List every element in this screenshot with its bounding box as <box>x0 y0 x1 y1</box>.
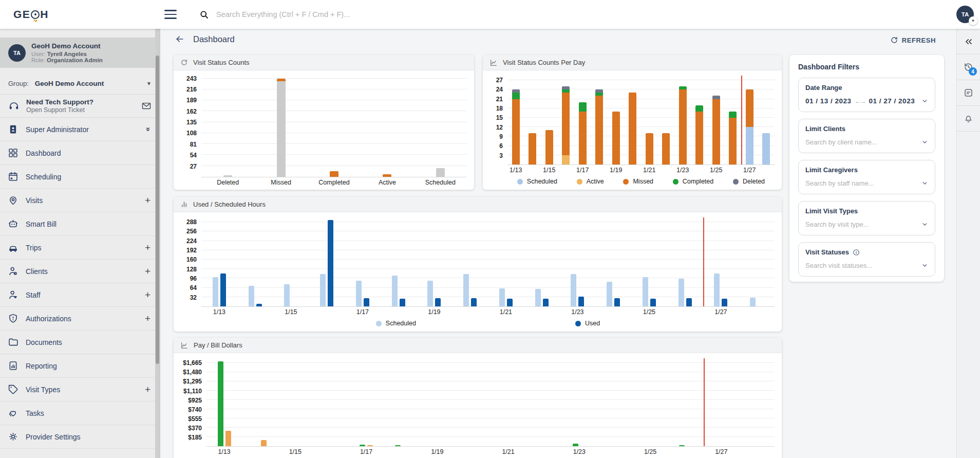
plus-icon[interactable]: + <box>145 314 150 323</box>
date-range-select[interactable]: 01 / 13 / 2023 ←→ 01 / 27 / 2023 <box>805 97 928 105</box>
bar <box>714 217 720 306</box>
sidebar-item-scheduling[interactable]: Scheduling <box>0 165 160 189</box>
bar-group <box>641 76 658 164</box>
plus-icon[interactable]: + <box>145 384 150 394</box>
bar-group <box>488 217 524 306</box>
bar <box>400 217 405 306</box>
card-title: Visit Status Counts Per Day <box>503 59 585 66</box>
app-root: GEH TA ▼ TA GeoH Demo Account User: Tyre… <box>0 0 980 458</box>
bar <box>471 217 477 306</box>
sidebar-item-reporting[interactable]: Reporting <box>0 354 160 378</box>
bar-group <box>242 358 277 446</box>
collapse-panel-button[interactable] <box>957 29 980 54</box>
support-subtitle: Open Support Ticket <box>26 106 93 114</box>
caregivers-select[interactable]: Search by staff name... <box>805 179 928 187</box>
sidebar-item-label: Authorizations <box>26 315 71 323</box>
sidebar-item-tasks[interactable]: Tasks <box>0 401 160 425</box>
legend-item-deleted[interactable]: Deleted <box>733 178 765 185</box>
bar-group <box>313 358 348 446</box>
sidebar-item-trips[interactable]: Trips+ <box>0 236 160 260</box>
back-button[interactable] <box>175 34 185 44</box>
plus-icon[interactable]: + <box>145 243 150 252</box>
bar <box>223 76 232 177</box>
chevrons-down-icon[interactable]: » <box>144 127 152 131</box>
bar-group <box>455 358 491 446</box>
y-tick-label: 15 <box>496 114 503 121</box>
y-tick-label: 21 <box>496 96 503 103</box>
bar <box>356 217 362 306</box>
sidebar-menu: Super Administrator»DashboardSchedulingV… <box>0 118 160 449</box>
y-tick-label: 81 <box>190 141 197 148</box>
sidebar-item-visits[interactable]: Visits+ <box>0 189 160 212</box>
sidebar-item-authorizations[interactable]: Authorizations+ <box>0 307 160 331</box>
visit-types-select[interactable]: Search by visit type... <box>805 221 928 228</box>
sidebar-item-visit-types[interactable]: Visit Types+ <box>0 378 160 401</box>
plus-icon[interactable]: + <box>145 266 150 276</box>
legend-item-scheduled[interactable]: Scheduled <box>517 178 557 185</box>
bar <box>535 217 541 306</box>
sidebar-item-provider-settings[interactable]: Provider Settings <box>0 425 160 449</box>
y-tick-label: 54 <box>190 152 197 159</box>
tasks-icon <box>8 408 18 418</box>
bar-group <box>206 358 242 446</box>
y-tick-label: $740 <box>188 406 202 413</box>
sidebar-item-label: Scheduling <box>26 173 61 181</box>
scrollbar-thumb[interactable] <box>156 56 159 364</box>
alerts-button[interactable] <box>957 106 980 132</box>
y-tick-label: 27 <box>496 77 503 84</box>
legend-item-missed[interactable]: Missed <box>623 178 653 185</box>
y-tick-label: 189 <box>186 97 197 104</box>
bar <box>284 217 290 306</box>
bar-group <box>558 76 575 164</box>
sidebar-item-dashboard[interactable]: Dashboard <box>0 141 160 165</box>
sidebar-item-staff[interactable]: Staff+ <box>0 283 160 307</box>
bar-group <box>725 76 742 164</box>
sidebar-item-label: Reporting <box>26 362 57 370</box>
legend-item-active[interactable]: Active <box>577 178 604 185</box>
y-tick-label: $555 <box>188 415 202 423</box>
y-axis: 326496128160192224256288 <box>178 217 201 307</box>
x-tick-label: 1/15 <box>541 167 558 174</box>
sidebar-item-documents[interactable]: Documents <box>0 331 160 354</box>
filter-label: Visit Statuses <box>805 248 928 256</box>
x-tick-label: 1/21 <box>488 308 524 316</box>
legend-item-scheduled[interactable]: Scheduled <box>376 320 416 327</box>
bar <box>722 217 727 306</box>
group-select[interactable]: Group: GeoH Demo Account ▼ <box>0 73 160 95</box>
sidebar-item-support[interactable]: Need Tech Support? Open Support Ticket <box>0 95 160 118</box>
clients-select[interactable]: Search by client name... <box>805 138 928 146</box>
visit-statuses-select[interactable]: Search visit statuses... <box>805 262 928 269</box>
plus-icon[interactable]: + <box>145 290 150 300</box>
plus-icon[interactable]: + <box>145 195 150 205</box>
bar-group <box>668 358 704 446</box>
limit-clients-filter: Limit Clients Search by client name... <box>798 119 935 153</box>
x-tick-label: 1/15 <box>277 448 313 455</box>
user-menu[interactable]: TA ▼ <box>956 6 974 23</box>
bar <box>595 76 603 164</box>
mail-icon[interactable] <box>141 101 152 111</box>
notes-button[interactable] <box>957 80 980 106</box>
x-tick-label: 1/17 <box>574 167 591 174</box>
legend-item-used[interactable]: Used <box>575 320 600 327</box>
account-block[interactable]: TA GeoH Demo Account User: Tyrell Angele… <box>0 38 160 68</box>
menu-toggle-button[interactable] <box>164 10 177 19</box>
legend-label: Scheduled <box>527 178 557 185</box>
chart-legend: ScheduledActiveMissedCompletedDeleted <box>507 175 775 188</box>
refresh-button[interactable]: REFRESH <box>890 36 936 44</box>
search-input[interactable] <box>216 10 545 19</box>
sidebar-item-clients[interactable]: Clients+ <box>0 260 160 283</box>
chart-legend: ScheduledUsed <box>201 317 775 329</box>
line-chart-icon <box>489 59 498 67</box>
sidebar-item-smart-bill[interactable]: Smart Bill <box>0 212 160 236</box>
legend-item-completed[interactable]: Completed <box>673 178 713 185</box>
sidebar-scrollbar[interactable] <box>155 29 160 458</box>
sidebar-item-super-administrator[interactable]: Super Administrator» <box>0 118 160 141</box>
bar <box>612 76 620 164</box>
bar-group <box>491 358 526 446</box>
today-marker-line <box>703 217 704 306</box>
info-icon[interactable] <box>853 249 860 256</box>
card-title: Visit Status Counts <box>193 59 250 66</box>
y-tick-label: 27 <box>190 163 197 170</box>
history-button[interactable]: 4 <box>957 54 980 80</box>
legend-dot-icon <box>376 321 382 326</box>
